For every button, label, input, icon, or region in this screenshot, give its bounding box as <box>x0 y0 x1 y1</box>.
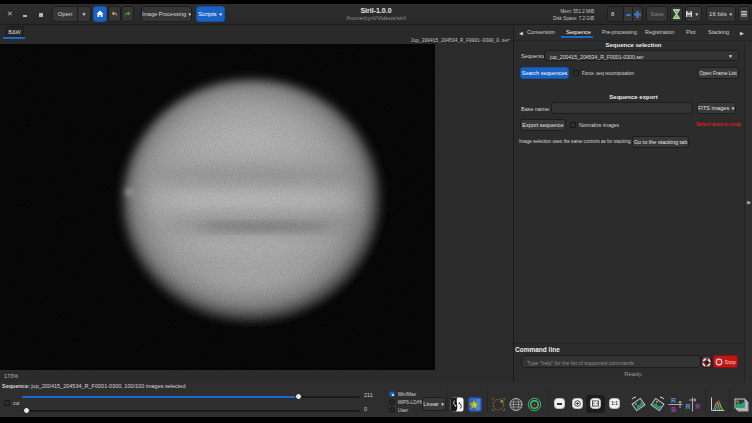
svg-text:B: B <box>671 406 676 413</box>
svg-text:R: R <box>686 403 691 410</box>
svg-text:R: R <box>695 403 700 410</box>
svg-text:R: R <box>671 397 676 404</box>
